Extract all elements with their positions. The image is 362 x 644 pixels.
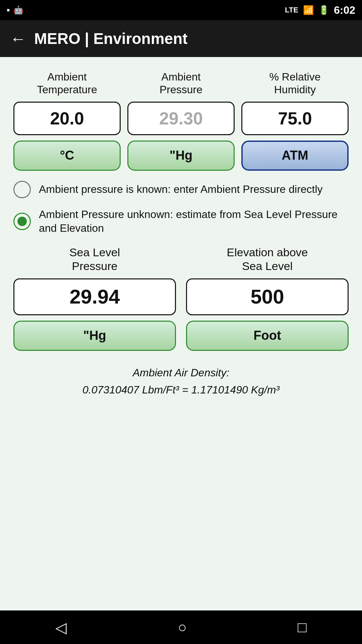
nav-home-button[interactable]: ○ xyxy=(178,619,187,636)
lte-label: LTE xyxy=(285,6,298,14)
sea-level-row: Sea LevelPressure "Hg Elevation aboveSea… xyxy=(13,246,349,351)
elevation-input[interactable] xyxy=(186,278,349,315)
nav-recent-button[interactable]: □ xyxy=(298,619,307,636)
ambient-temp-col: AmbientTemperature °C xyxy=(13,70,121,171)
battery-icon: 🔋 xyxy=(318,5,329,15)
signal-icon: 📶 xyxy=(303,5,314,15)
relative-humidity-col: % RelativeHumidity ATM xyxy=(241,70,349,171)
temp-unit-button[interactable]: °C xyxy=(13,141,121,171)
sim-card-icon: ▪ xyxy=(7,5,10,15)
android-icon: 🤖 xyxy=(13,5,23,15)
radio-item-1[interactable]: Ambient pressure is known: enter Ambient… xyxy=(13,181,349,198)
sea-level-pressure-col: Sea LevelPressure "Hg xyxy=(13,246,176,351)
radio-label-2: Ambient Pressure unknown: estimate from … xyxy=(39,208,349,235)
pressure-unit-button[interactable]: "Hg xyxy=(127,141,235,171)
radio-section: Ambient pressure is known: enter Ambient… xyxy=(13,181,349,235)
ambient-temp-label: AmbientTemperature xyxy=(37,70,97,96)
radio-inner-2 xyxy=(17,217,27,226)
elevation-col: Elevation aboveSea Level Foot xyxy=(186,246,349,351)
sea-level-pressure-label: Sea LevelPressure xyxy=(69,246,120,273)
radio-button-1[interactable] xyxy=(13,181,31,198)
ambient-pressure-label: AmbientPressure xyxy=(160,70,202,96)
elevation-unit-button[interactable]: Foot xyxy=(186,321,349,351)
app-title: MERO | Environment xyxy=(34,30,188,48)
ambient-pressure-col: AmbientPressure "Hg xyxy=(127,70,235,171)
bottom-nav: ◁ ○ □ xyxy=(0,610,362,644)
radio-button-2[interactable] xyxy=(13,213,31,230)
density-value: 0.07310407 Lbm/Ft³ = 1.17101490 Kg/m³ xyxy=(13,381,349,398)
status-bar-right: LTE 📶 🔋 6:02 xyxy=(285,4,355,16)
relative-humidity-label: % RelativeHumidity xyxy=(269,70,321,96)
density-section: Ambient Air Density: 0.07310407 Lbm/Ft³ … xyxy=(13,364,349,398)
sea-level-pressure-input[interactable] xyxy=(13,278,176,315)
radio-item-2[interactable]: Ambient Pressure unknown: estimate from … xyxy=(13,208,349,235)
density-label: Ambient Air Density: xyxy=(13,364,349,381)
radio-label-1: Ambient pressure is known: enter Ambient… xyxy=(39,182,323,197)
status-bar: ▪ 🤖 LTE 📶 🔋 6:02 xyxy=(0,0,362,20)
elevation-label: Elevation aboveSea Level xyxy=(227,246,308,273)
sea-level-pressure-unit-button[interactable]: "Hg xyxy=(13,321,176,351)
main-content: AmbientTemperature °C AmbientPressure "H… xyxy=(0,57,362,610)
ambient-pressure-input[interactable] xyxy=(127,102,235,135)
ambient-temp-input[interactable] xyxy=(13,102,121,135)
relative-humidity-input[interactable] xyxy=(241,102,349,135)
clock: 6:02 xyxy=(334,4,355,16)
nav-back-button[interactable]: ◁ xyxy=(55,619,67,636)
sensor-row-top: AmbientTemperature °C AmbientPressure "H… xyxy=(13,70,349,171)
status-bar-left: ▪ 🤖 xyxy=(7,5,23,15)
humidity-unit-button[interactable]: ATM xyxy=(241,141,349,171)
app-bar: ← MERO | Environment xyxy=(0,20,362,57)
back-button[interactable]: ← xyxy=(10,30,26,48)
